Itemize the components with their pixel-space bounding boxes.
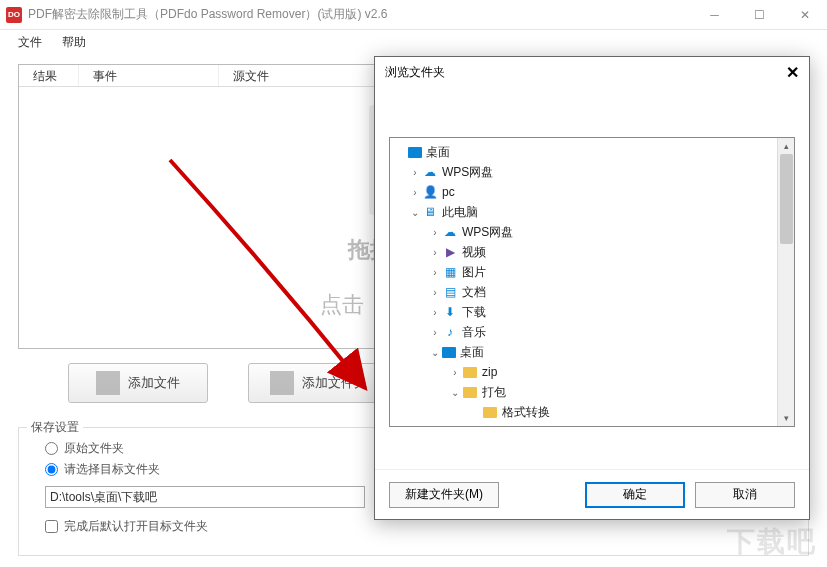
folder-icon — [462, 364, 478, 380]
col-event[interactable]: 事件 — [79, 65, 219, 86]
expander-icon[interactable]: › — [408, 167, 422, 178]
tree-item[interactable]: ›▦图片 — [392, 262, 792, 282]
picture-icon: ▦ — [442, 264, 458, 280]
add-folder-button[interactable]: 添加文件夹 — [248, 363, 388, 403]
tree-item[interactable]: ›♪音乐 — [392, 322, 792, 342]
tree-label: WPS网盘 — [462, 224, 513, 241]
tree-label: WPS网盘 — [442, 164, 493, 181]
expander-icon[interactable]: › — [428, 307, 442, 318]
tree-label: 下载 — [462, 304, 486, 321]
music-icon: ♪ — [442, 324, 458, 340]
video-icon: ▶ — [442, 244, 458, 260]
tree-item[interactable]: ›▤文档 — [392, 282, 792, 302]
menu-help[interactable]: 帮助 — [52, 31, 96, 54]
tree-label: 此电脑 — [442, 204, 478, 221]
tree-label: 视频 — [462, 244, 486, 261]
cloud-icon: ☁ — [442, 224, 458, 240]
tree-label: 桌面 — [426, 144, 450, 161]
scroll-thumb[interactable] — [780, 154, 793, 244]
tree-item[interactable]: ›▶视频 — [392, 242, 792, 262]
tree-item[interactable]: ⌄🖥此电脑 — [392, 202, 792, 222]
titlebar: DO PDF解密去除限制工具（PDFdo Password Remover）(试… — [0, 0, 827, 30]
drop-hint-2: 点击 — [320, 290, 364, 320]
add-folder-icon — [270, 371, 294, 395]
tree-label: pc — [442, 185, 455, 199]
add-file-icon — [96, 371, 120, 395]
pc-icon: 🖥 — [422, 204, 438, 220]
target-path-input[interactable] — [45, 486, 365, 508]
user-icon: 👤 — [422, 184, 438, 200]
tree-label: 文档 — [462, 284, 486, 301]
save-settings-legend: 保存设置 — [27, 419, 83, 436]
expander-icon[interactable]: › — [428, 267, 442, 278]
scroll-down-icon[interactable]: ▾ — [778, 410, 795, 426]
expander-icon[interactable]: › — [428, 247, 442, 258]
scroll-up-icon[interactable]: ▴ — [778, 138, 795, 154]
expander-icon[interactable]: › — [448, 367, 462, 378]
folder-icon — [482, 404, 498, 420]
tree-item[interactable]: 桌面 — [392, 142, 792, 162]
new-folder-button[interactable]: 新建文件夹(M) — [389, 482, 499, 508]
menu-file[interactable]: 文件 — [8, 31, 52, 54]
tree-label: zip — [482, 365, 497, 379]
tree-label: 图片 — [462, 264, 486, 281]
expander-icon[interactable]: › — [428, 287, 442, 298]
dialog-close-button[interactable]: ✕ — [786, 63, 799, 82]
desktop-icon — [442, 347, 456, 358]
tree-item[interactable]: ›⬇下载 — [392, 302, 792, 322]
desktop-icon — [408, 147, 422, 158]
radio-target-input[interactable] — [45, 463, 58, 476]
tree-item[interactable]: ›zip — [392, 362, 792, 382]
tree-item[interactable]: ›☁WPS网盘 — [392, 222, 792, 242]
expander-icon[interactable]: ⌄ — [408, 207, 422, 218]
window-title: PDF解密去除限制工具（PDFdo Password Remover）(试用版)… — [28, 6, 692, 23]
browse-folder-dialog: 浏览文件夹 ✕ 桌面›☁WPS网盘›👤pc⌄🖥此电脑›☁WPS网盘›▶视频›▦图… — [374, 56, 810, 520]
expander-icon[interactable]: ⌄ — [448, 387, 462, 398]
tree-label: 格式转换 — [502, 404, 550, 421]
dialog-title: 浏览文件夹 — [385, 64, 786, 81]
document-icon: ▤ — [442, 284, 458, 300]
tree-item[interactable]: 格式转换 — [392, 402, 792, 422]
close-button[interactable]: ✕ — [782, 0, 827, 30]
radio-original-input[interactable] — [45, 442, 58, 455]
expander-icon[interactable]: › — [428, 227, 442, 238]
add-file-button[interactable]: 添加文件 — [68, 363, 208, 403]
expander-icon[interactable]: › — [428, 327, 442, 338]
watermark: 下载吧 — [727, 523, 817, 561]
minimize-button[interactable]: ─ — [692, 0, 737, 30]
ok-button[interactable]: 确定 — [585, 482, 685, 508]
expander-icon[interactable]: ⌄ — [428, 347, 442, 358]
maximize-button[interactable]: ☐ — [737, 0, 782, 30]
cloud-icon: ☁ — [422, 164, 438, 180]
tree-scrollbar[interactable]: ▴ ▾ — [777, 138, 794, 426]
cancel-button[interactable]: 取消 — [695, 482, 795, 508]
tree-label: 音乐 — [462, 324, 486, 341]
download-icon: ⬇ — [442, 304, 458, 320]
checkbox-open-after[interactable]: 完成后默认打开目标文件夹 — [45, 518, 782, 535]
tree-item[interactable]: ⌄桌面 — [392, 342, 792, 362]
menubar: 文件 帮助 — [0, 30, 827, 54]
expander-icon[interactable]: › — [408, 187, 422, 198]
checkbox-open-after-input[interactable] — [45, 520, 58, 533]
folder-icon — [462, 384, 478, 400]
tree-item[interactable]: ⌄打包 — [392, 382, 792, 402]
app-icon: DO — [6, 7, 22, 23]
tree-item[interactable]: ›☁WPS网盘 — [392, 162, 792, 182]
tree-label: 打包 — [482, 384, 506, 401]
tree-label: 桌面 — [460, 344, 484, 361]
tree-item[interactable]: ›👤pc — [392, 182, 792, 202]
col-result[interactable]: 结果 — [19, 65, 79, 86]
folder-tree[interactable]: 桌面›☁WPS网盘›👤pc⌄🖥此电脑›☁WPS网盘›▶视频›▦图片›▤文档›⬇下… — [389, 137, 795, 427]
